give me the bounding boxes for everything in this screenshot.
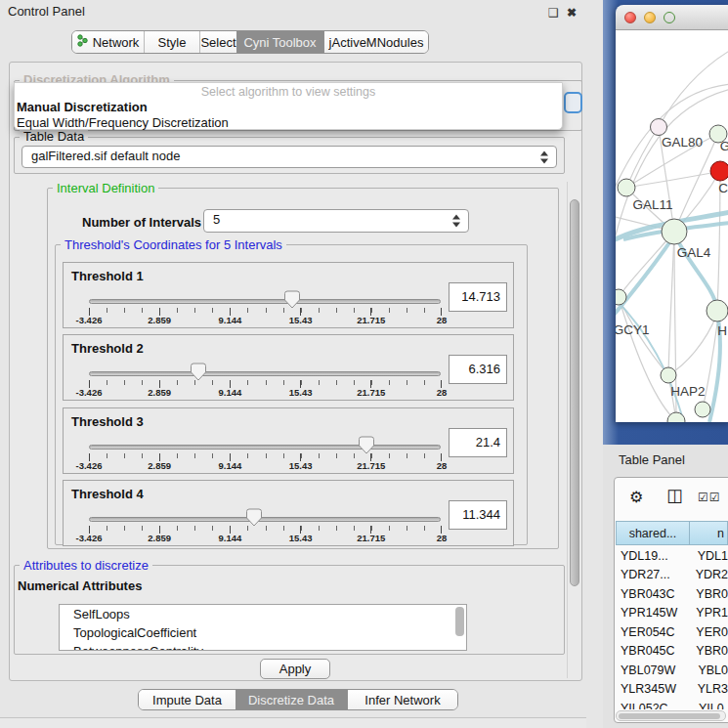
cyni-bottom-tabbar: Impute Data Discretize Data Infer Networ… [138, 689, 458, 710]
table-row[interactable]: YIL052CYIL0 [616, 699, 728, 709]
panel-scrollbar[interactable] [567, 182, 580, 678]
list-item[interactable]: BetweennessCentrality [60, 642, 466, 651]
tab-network[interactable]: Network [72, 31, 144, 53]
control-panel-tabbar: Network Style Select Cyni Toolbox jActiv… [71, 30, 429, 54]
panel-title: Control Panel [8, 4, 85, 19]
table-data-combobox[interactable]: galFiltered.sif default node [21, 146, 557, 168]
list-scrollbar[interactable] [455, 607, 464, 636]
number-of-intervals-label: Number of Intervals [82, 215, 201, 230]
node-h[interactable] [707, 300, 728, 321]
threshold-2-label: Threshold 2 [71, 341, 144, 356]
minimize-traffic-light-icon[interactable] [644, 12, 656, 23]
float-window-icon[interactable]: ❑ [548, 6, 559, 20]
table-row[interactable]: YBR045CYBR0 [616, 642, 728, 662]
close-icon[interactable]: ✖ [567, 6, 577, 20]
threshold-3-slider-thumb[interactable] [359, 436, 374, 454]
node-red[interactable] [710, 161, 728, 181]
algorithm-dropdown-popup: Select algorithm to view settings Manual… [14, 82, 563, 130]
apply-button[interactable]: Apply [260, 659, 330, 679]
tab-network-label: Network [93, 35, 140, 50]
zoom-traffic-light-icon[interactable] [664, 12, 675, 23]
threshold-4-box: Threshold 4 -3.4262.8599.14415.4321.7152… [63, 480, 514, 546]
tick-labels: -3.4262.8599.14415.4321.71528 [89, 460, 442, 472]
algorithm-combobox-stub[interactable] [564, 92, 582, 113]
table-row[interactable]: YDL19...YDL1 [616, 546, 728, 566]
table-row[interactable]: YBR043CYBR0 [616, 584, 728, 604]
threshold-1-label: Threshold 1 [71, 269, 144, 283]
tab-select[interactable]: Select [199, 31, 236, 53]
tab-discretize-data[interactable]: Discretize Data [236, 690, 347, 709]
node-label-hap2: HAP2 [670, 384, 705, 399]
node-label-gal4: GAL4 [677, 245, 711, 260]
node-bottom-2[interactable] [695, 402, 710, 417]
threshold-3-value-field[interactable]: 21.4 [449, 428, 507, 457]
column-header-name[interactable]: n [690, 521, 728, 545]
status-strip [0, 717, 586, 728]
threshold-1-slider-track[interactable] [89, 299, 441, 304]
numerical-attributes-label: Numerical Attributes [18, 578, 142, 593]
table-row[interactable]: YDR27...YDR2 [616, 566, 728, 585]
network-tree-icon [77, 34, 88, 50]
table-row[interactable]: YLR345WYLR3 [616, 680, 728, 700]
attributes-group-title: Attributes to discretize [20, 558, 152, 573]
gear-icon[interactable]: ⚙ [629, 488, 643, 506]
table-row[interactable]: YER054CYER0 [616, 622, 728, 642]
number-of-intervals-combobox[interactable]: 5 [203, 209, 469, 233]
network-graph: GAL80 G C GAL11 GAL4 GCY1 H HAP2 [616, 30, 728, 422]
node-label-g: G [720, 139, 728, 153]
node-label-gal11: GAL11 [632, 197, 672, 212]
table-panel-title: Table Panel [619, 452, 685, 467]
node-label-h: H [717, 323, 727, 338]
split-columns-icon[interactable]: ◫ [666, 485, 683, 506]
table-horizontal-scrollbar-thumb[interactable] [619, 713, 720, 719]
tab-style[interactable]: Style [144, 31, 199, 53]
threshold-2-box: Threshold 2 -3.4262.8599.14415.4321.7152… [63, 334, 514, 401]
select-all-checkboxes-icon[interactable]: ☑☑ [698, 491, 721, 504]
tick-labels: -3.4262.8599.14415.4321.71528 [89, 315, 442, 326]
table-data-group-title: Table Data [20, 129, 88, 144]
tab-impute-data[interactable]: Impute Data [139, 690, 236, 709]
table-row[interactable]: YPR145WYPR1 [616, 604, 728, 623]
algorithm-option-manual[interactable]: Manual Discretization [15, 99, 562, 114]
tab-jactivemnodules[interactable]: jActiveMNodules [323, 31, 428, 53]
node-gal4[interactable] [662, 219, 687, 244]
threshold-3-slider-track[interactable] [89, 445, 441, 450]
threshold-4-slider-thumb[interactable] [246, 508, 262, 527]
tab-infer-network[interactable]: Infer Network [347, 690, 457, 709]
threshold-1-slider-thumb[interactable] [284, 290, 300, 309]
combo-spinner-icon [452, 215, 461, 228]
node-label-gal80: GAL80 [662, 135, 703, 150]
algorithm-option-equal-width[interactable]: Equal Width/Frequency Discretization [15, 114, 562, 130]
node-gcy1[interactable] [616, 289, 626, 305]
node-gal11[interactable] [618, 179, 635, 196]
threshold-4-label: Threshold 4 [71, 487, 144, 501]
threshold-4-slider-track[interactable] [89, 517, 441, 522]
table-header-row: shared... n [616, 521, 728, 545]
network-view-window[interactable]: GAL80 G C GAL11 GAL4 GCY1 H HAP2 [616, 5, 728, 422]
algorithm-placeholder-option[interactable]: Select algorithm to view settings [15, 83, 562, 99]
column-header-shared-name[interactable]: shared... [616, 521, 690, 545]
numerical-attributes-list[interactable]: SelfLoops TopologicalCoefficient Between… [59, 604, 467, 651]
thresholds-group-title: Threshold's Coordinates for 5 Intervals [61, 237, 286, 252]
table-row[interactable]: YBL079WYBL0 [616, 661, 728, 680]
threshold-2-slider-thumb[interactable] [191, 363, 206, 381]
network-canvas[interactable]: GAL80 G C GAL11 GAL4 GCY1 H HAP2 [616, 30, 728, 422]
list-item[interactable]: SelfLoops [60, 605, 466, 623]
panel-scrollbar-thumb[interactable] [570, 199, 579, 586]
list-item[interactable]: TopologicalCoefficient [60, 623, 466, 642]
node-hap2[interactable] [661, 367, 676, 383]
interval-definition-group-title: Interval Definition [53, 181, 158, 195]
threshold-1-value-field[interactable]: 14.713 [449, 282, 507, 312]
node-gal80[interactable] [651, 119, 667, 136]
threshold-2-value-field[interactable]: 6.316 [449, 355, 507, 384]
node-label-gcy1: GCY1 [616, 322, 649, 337]
threshold-3-label: Threshold 3 [71, 414, 144, 429]
threshold-2-slider-track[interactable] [89, 371, 441, 376]
tab-cyni-toolbox[interactable]: Cyni Toolbox [236, 31, 323, 53]
close-traffic-light-icon[interactable] [624, 12, 636, 23]
table-horizontal-scrollbar[interactable] [616, 710, 726, 721]
threshold-4-value-field[interactable]: 11.344 [449, 500, 507, 530]
table-rows: YDL19...YDL1 YDR27...YDR2 YBR043CYBR0 YP… [616, 546, 728, 709]
network-window-titlebar [616, 5, 728, 30]
tick-labels: -3.4262.8599.14415.4321.71528 [89, 387, 442, 399]
